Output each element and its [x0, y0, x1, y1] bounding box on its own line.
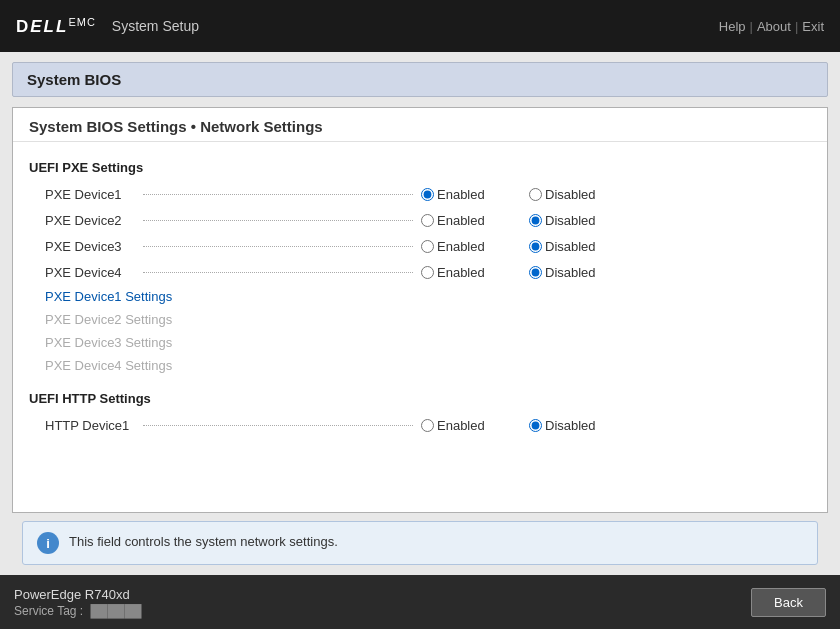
table-row: PXE Device1 Enabled Disabled	[29, 181, 811, 207]
footer: PowerEdge R740xd Service Tag : ██████ Ba…	[0, 575, 840, 629]
pxe-device3-settings-link: PXE Device3 Settings	[45, 335, 172, 350]
pxe-device4-label: PXE Device4	[45, 265, 135, 280]
pxe-device1-settings-link[interactable]: PXE Device1 Settings	[45, 289, 172, 304]
http-device1-disabled-radio[interactable]	[529, 419, 542, 432]
http-device1-label: HTTP Device1	[45, 418, 135, 433]
uefi-http-heading: UEFI HTTP Settings	[29, 391, 811, 406]
pxe-device3-radio-group: Enabled Disabled	[421, 239, 619, 254]
footer-info: PowerEdge R740xd Service Tag : ██████	[14, 587, 142, 618]
dell-emc-logo: DELLEMC	[16, 16, 96, 37]
content-panel: System BIOS Settings • Network Settings …	[12, 107, 828, 513]
table-row: HTTP Device1 Enabled Disabled	[29, 412, 811, 438]
pxe-device1-radio-group: Enabled Disabled	[421, 187, 619, 202]
dotted-line-1	[143, 194, 413, 195]
http-device1-enabled[interactable]: Enabled	[421, 418, 511, 433]
dotted-line-5	[143, 425, 413, 426]
list-item: PXE Device2 Settings	[29, 308, 811, 331]
http-device1-enabled-radio[interactable]	[421, 419, 434, 432]
table-row: PXE Device4 Enabled Disabled	[29, 259, 811, 285]
pxe-device1-disabled[interactable]: Disabled	[529, 187, 619, 202]
footer-model: PowerEdge R740xd	[14, 587, 142, 602]
pxe-device1-label: PXE Device1	[45, 187, 135, 202]
pxe-device2-disabled[interactable]: Disabled	[529, 213, 619, 228]
dotted-line-2	[143, 220, 413, 221]
pxe-device2-label: PXE Device2	[45, 213, 135, 228]
content-body[interactable]: UEFI PXE Settings PXE Device1 Enabled Di…	[13, 142, 827, 512]
header-nav: Help | About | Exit	[719, 19, 824, 34]
pxe-device4-settings-link: PXE Device4 Settings	[45, 358, 172, 373]
pxe-device3-label: PXE Device3	[45, 239, 135, 254]
pxe-device3-disabled-radio[interactable]	[529, 240, 542, 253]
pxe-device4-enabled[interactable]: Enabled	[421, 265, 511, 280]
header-title: System Setup	[112, 18, 199, 34]
content-header: System BIOS Settings • Network Settings	[13, 108, 827, 142]
pxe-device3-enabled-radio[interactable]	[421, 240, 434, 253]
about-link[interactable]: About	[757, 19, 791, 34]
pxe-device2-radio-group: Enabled Disabled	[421, 213, 619, 228]
help-link[interactable]: Help	[719, 19, 746, 34]
nav-separator-2: |	[795, 19, 798, 34]
table-row: PXE Device3 Enabled Disabled	[29, 233, 811, 259]
exit-link[interactable]: Exit	[802, 19, 824, 34]
pxe-device4-enabled-radio[interactable]	[421, 266, 434, 279]
info-icon: i	[37, 532, 59, 554]
footer-service-tag: Service Tag : ██████	[14, 604, 142, 618]
dotted-line-4	[143, 272, 413, 273]
emc-text: EMC	[68, 16, 95, 28]
uefi-pxe-heading: UEFI PXE Settings	[29, 160, 811, 175]
list-item: PXE Device1 Settings	[29, 285, 811, 308]
list-item: PXE Device4 Settings	[29, 354, 811, 377]
main-area: System BIOS System BIOS Settings • Netwo…	[0, 52, 840, 575]
header: DELLEMC System Setup Help | About | Exit	[0, 0, 840, 52]
pxe-device1-disabled-radio[interactable]	[529, 188, 542, 201]
http-device1-radio-group: Enabled Disabled	[421, 418, 619, 433]
pxe-device2-enabled[interactable]: Enabled	[421, 213, 511, 228]
pxe-device2-disabled-radio[interactable]	[529, 214, 542, 227]
header-left: DELLEMC System Setup	[16, 16, 199, 37]
pxe-device1-enabled[interactable]: Enabled	[421, 187, 511, 202]
pxe-device3-disabled[interactable]: Disabled	[529, 239, 619, 254]
pxe-device4-disabled[interactable]: Disabled	[529, 265, 619, 280]
nav-separator-1: |	[750, 19, 753, 34]
pxe-device1-enabled-radio[interactable]	[421, 188, 434, 201]
list-item: PXE Device3 Settings	[29, 331, 811, 354]
table-row: PXE Device2 Enabled Disabled	[29, 207, 811, 233]
pxe-device4-radio-group: Enabled Disabled	[421, 265, 619, 280]
service-tag-label: Service Tag :	[14, 604, 83, 618]
dell-text: DELL	[16, 17, 68, 36]
dotted-line-3	[143, 246, 413, 247]
service-tag-value: ██████	[91, 604, 142, 618]
pxe-device2-settings-link: PXE Device2 Settings	[45, 312, 172, 327]
info-text: This field controls the system network s…	[69, 532, 338, 552]
back-button[interactable]: Back	[751, 588, 826, 617]
http-device1-disabled[interactable]: Disabled	[529, 418, 619, 433]
pxe-device2-enabled-radio[interactable]	[421, 214, 434, 227]
pxe-device4-disabled-radio[interactable]	[529, 266, 542, 279]
bios-banner: System BIOS	[12, 62, 828, 97]
info-box: i This field controls the system network…	[22, 521, 818, 565]
pxe-device3-enabled[interactable]: Enabled	[421, 239, 511, 254]
